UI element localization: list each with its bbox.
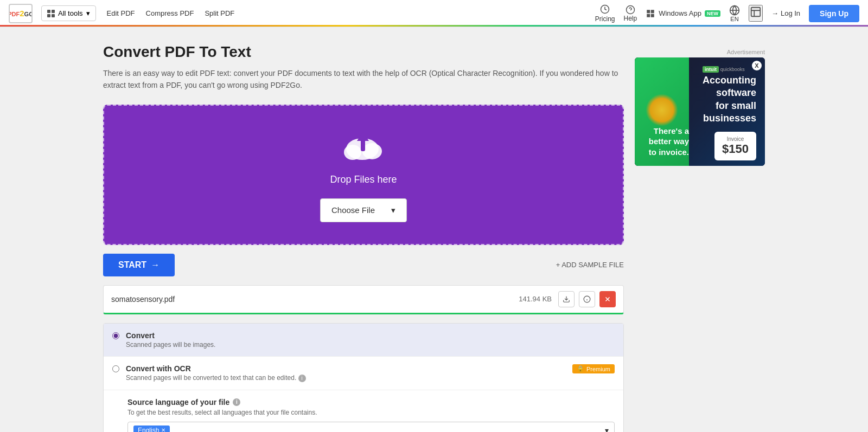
help-icon (626, 5, 635, 15)
ad-price: Invoice $150 (714, 132, 756, 160)
svg-rect-5 (651, 14, 654, 17)
nav-split-pdf[interactable]: Split PDF (205, 9, 234, 17)
close-icon (604, 295, 611, 303)
ad-tagline: There's a better way to invoice. (640, 126, 689, 158)
source-lang-info-icon[interactable]: i (233, 398, 240, 406)
svg-rect-2 (647, 10, 650, 13)
choose-file-button[interactable]: Choose File ▾ (320, 198, 407, 222)
add-sample-button[interactable]: + ADD SAMPLE FILE (556, 261, 624, 269)
convert-option-content: Convert Scanned pages will be images. (126, 331, 615, 349)
convert-option-row[interactable]: Convert Scanned pages will be images. (104, 324, 623, 357)
help-link[interactable]: Help (624, 5, 637, 22)
ad-close-button[interactable]: X (752, 61, 762, 70)
ad-price-label: Invoice (722, 136, 749, 142)
grid-icon (47, 10, 55, 17)
ad-price-value: $150 (722, 142, 749, 156)
history-button[interactable] (749, 5, 763, 22)
arrow-right-icon: → (771, 9, 778, 17)
right-column: Advertisement X intuit quickbooks Acc (635, 43, 765, 432)
upload-cloud-icon (342, 127, 385, 165)
history-icon (750, 6, 762, 18)
convert-radio[interactable] (112, 332, 119, 339)
logo[interactable]: PDF2GO (9, 4, 33, 23)
pricing-icon (600, 4, 610, 14)
svg-rect-8 (751, 8, 761, 17)
svg-point-10 (344, 145, 361, 160)
main-content: Convert PDF To Text There is an easy way… (92, 27, 776, 432)
ocr-option-row[interactable]: Convert with OCR 🔒 Premium Scanned pages… (104, 357, 623, 390)
language-select[interactable]: English ✕ ▾ (127, 422, 615, 432)
header-rainbow (0, 25, 868, 27)
ocr-info-icon[interactable]: i (298, 375, 306, 382)
start-label: START (118, 260, 146, 270)
page-title: Convert PDF To Text (103, 43, 624, 61)
windows-icon (646, 9, 655, 18)
drop-zone[interactable]: Drop Files here Choose File ▾ (103, 105, 624, 245)
new-badge: NEW (705, 10, 720, 17)
source-lang-label: Source language of your file i (127, 398, 615, 407)
nav-links: Edit PDF Compress PDF Split PDF (107, 9, 595, 17)
pricing-label: Pricing (595, 15, 615, 23)
lang-select-chevron-icon: ▾ (605, 426, 609, 432)
english-lang-tag: English ✕ (133, 425, 170, 432)
options-section: Convert Scanned pages will be images. Co… (103, 323, 624, 432)
file-name: somatosensory.pdf (111, 295, 519, 304)
arrow-right-icon: → (151, 260, 159, 270)
ocr-option-content: Convert with OCR 🔒 Premium Scanned pages… (126, 364, 615, 382)
remove-lang-tag[interactable]: ✕ (161, 427, 165, 432)
file-size: 141.94 KB (519, 295, 552, 303)
info-icon (583, 295, 591, 303)
login-button[interactable]: → Log In (771, 9, 800, 17)
left-column: Convert PDF To Text There is an easy way… (103, 43, 624, 432)
globe-icon (729, 5, 740, 16)
ad-light-decoration (646, 94, 678, 126)
drop-files-text: Drop Files here (330, 174, 397, 185)
file-download-button[interactable] (558, 291, 575, 307)
all-tools-label: All tools (58, 9, 83, 17)
all-tools-button[interactable]: All tools ▾ (41, 5, 96, 21)
file-action-buttons (558, 291, 616, 307)
source-lang-desc: To get the best results, select all lang… (127, 409, 615, 416)
ad-label: Advertisement (635, 49, 765, 55)
file-delete-button[interactable] (599, 291, 616, 307)
file-info-button[interactable] (579, 291, 595, 307)
svg-rect-4 (647, 14, 650, 17)
windows-app-button[interactable]: Windows App NEW (646, 9, 720, 18)
start-button[interactable]: START → (103, 254, 175, 276)
convert-option-desc: Scanned pages will be images. (126, 341, 615, 349)
ocr-options: Source language of your file i To get th… (104, 390, 623, 432)
ad-box: X intuit quickbooks Accounting software … (635, 57, 765, 166)
login-label: Log In (781, 9, 800, 17)
ocr-option-title: Convert with OCR (126, 364, 191, 373)
ad-logo: intuit quickbooks (703, 66, 745, 72)
windows-app-label: Windows App (659, 9, 701, 17)
ad-inner: X intuit quickbooks Accounting software … (635, 57, 765, 166)
convert-option-title: Convert (126, 331, 615, 340)
help-label: Help (624, 15, 637, 22)
premium-badge: 🔒 Premium (572, 364, 615, 373)
choose-file-chevron-icon: ▾ (391, 205, 395, 215)
signup-button[interactable]: Sign Up (809, 5, 859, 22)
page-description: There is an easy way to edit PDF text: c… (103, 67, 624, 92)
language-button[interactable]: EN (729, 5, 740, 22)
header-right: Pricing Help Windows App NEW (595, 4, 859, 23)
choose-file-label: Choose File (331, 205, 375, 215)
ad-section: Advertisement X intuit quickbooks Acc (635, 49, 765, 166)
chevron-down-icon: ▾ (86, 9, 90, 17)
pricing-link[interactable]: Pricing (595, 4, 615, 23)
ad-text: Accounting software for small businesses (703, 74, 756, 125)
logo-box: PDF2GO (9, 4, 33, 23)
svg-point-11 (362, 143, 382, 159)
ocr-option-desc: Scanned pages will be converted to text … (126, 374, 615, 382)
action-row: START → + ADD SAMPLE FILE (103, 254, 624, 276)
file-row: somatosensory.pdf 141.94 KB (103, 285, 624, 314)
lang-label: EN (730, 16, 738, 22)
nav-edit-pdf[interactable]: Edit PDF (107, 9, 135, 17)
download-icon (563, 295, 570, 303)
lang-tags: English ✕ (133, 425, 170, 432)
nav-compress-pdf[interactable]: Compress PDF (146, 9, 194, 17)
svg-rect-3 (651, 10, 654, 13)
svg-marker-13 (357, 132, 369, 141)
header: PDF2GO All tools ▾ Edit PDF Compress PDF… (0, 0, 868, 27)
ocr-radio[interactable] (112, 365, 119, 372)
